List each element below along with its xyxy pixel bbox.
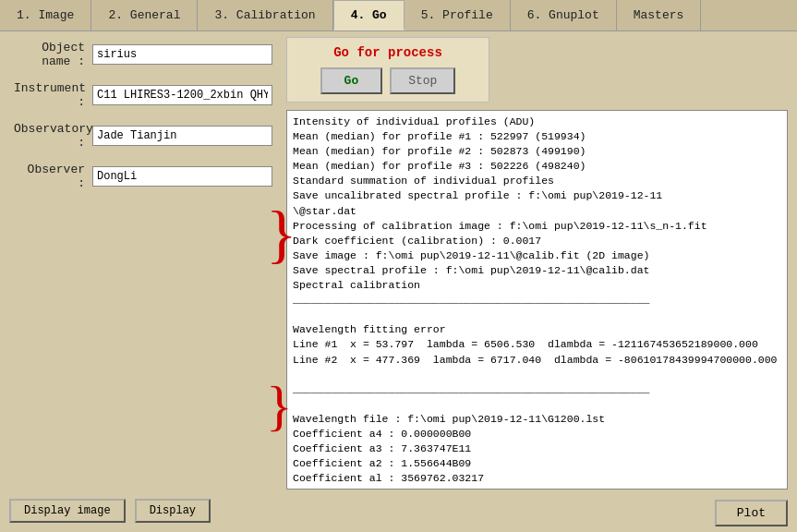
tab-masters[interactable]: Masters: [617, 0, 702, 30]
observer-row: Observer :: [14, 163, 272, 190]
log-wrapper: } } Plot: [286, 110, 788, 526]
object-name-input[interactable]: [92, 44, 272, 65]
plot-button[interactable]: Plot: [715, 500, 788, 526]
display-image-button[interactable]: Display image: [9, 499, 126, 523]
instrument-row: Instrument :: [14, 81, 272, 109]
display-button[interactable]: Display: [135, 499, 211, 523]
stop-button[interactable]: Stop: [390, 67, 455, 94]
observer-label: Observer :: [14, 163, 92, 190]
go-button[interactable]: Go: [320, 67, 383, 94]
object-name-row: Object name :: [14, 41, 272, 68]
left-panel: Object name : Instrument : Observatory :…: [0, 31, 286, 532]
tab-gnuplot[interactable]: 6. Gnuplot: [511, 0, 617, 30]
observatory-row: Observatory :: [14, 122, 272, 150]
observatory-label: Observatory :: [14, 122, 92, 150]
observer-input[interactable]: [92, 166, 272, 187]
log-container: [286, 110, 788, 490]
tab-calibration[interactable]: 3. Calibration: [198, 0, 332, 30]
tab-image[interactable]: 1. Image: [0, 0, 91, 30]
instrument-input[interactable]: [92, 85, 272, 105]
go-section: Go for process Go Stop: [286, 37, 489, 103]
tab-profile[interactable]: 5. Profile: [405, 0, 511, 30]
instrument-label: Instrument :: [14, 81, 92, 109]
object-name-label: Object name :: [14, 41, 92, 68]
bottom-buttons: Display image Display: [9, 499, 211, 523]
main-content: Object name : Instrument : Observatory :…: [0, 31, 797, 532]
tab-bar: 1. Image 2. General 3. Calibration 4. Go…: [0, 0, 797, 31]
observatory-input[interactable]: [92, 126, 272, 146]
right-panel: Go for process Go Stop } } Plot: [286, 31, 797, 532]
tab-general[interactable]: 2. General: [91, 0, 198, 30]
go-section-title: Go for process: [300, 45, 476, 60]
tab-go[interactable]: 4. Go: [333, 0, 405, 30]
go-buttons: Go Stop: [300, 67, 476, 94]
log-textarea[interactable]: [286, 110, 788, 490]
